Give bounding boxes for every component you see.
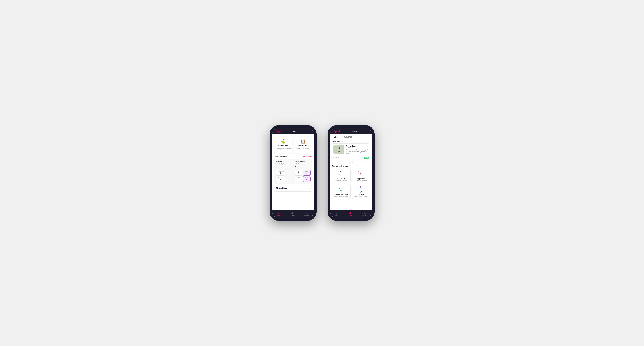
skill-card-putting[interactable]: Putting Make and lag practice xyxy=(352,184,370,199)
skill-name-atg: Around The Green xyxy=(334,194,348,195)
svg-point-25 xyxy=(338,190,339,190)
nav-capture[interactable]: ⊕ Capture xyxy=(304,211,310,216)
drill-info-top: Wedge Ladder 50–100 yds ☆ xyxy=(346,145,368,149)
app-logo-practice: clippd xyxy=(332,130,340,133)
svg-point-22 xyxy=(341,191,342,192)
skill-name-ott: Off The Tee xyxy=(337,178,346,179)
app-header-practice: clippd Practice ≡ xyxy=(330,128,372,135)
app-cell: APP 4 xyxy=(303,170,310,175)
home-nav-icon: ⌂ xyxy=(278,211,279,214)
action-cards-row: ⛳ Add Round Record your shots in fast or… xyxy=(272,135,314,155)
rounds-col: Rounds Rounds Capture 0 Tournament 0 Pra… xyxy=(276,161,292,182)
bottom-nav-practice: ⌂ Home ♟ Activities ⊕ Capture xyxy=(330,209,372,218)
capture-nav-icon-p2: ⊕ xyxy=(364,211,366,214)
skill-desc-atg: Hone your short game xyxy=(334,196,348,197)
practice-label: Practice xyxy=(277,177,284,178)
bottom-nav-home: ⌂ Home ♟ Activities ⊕ Capture xyxy=(272,209,314,218)
tab-drills[interactable]: Drills xyxy=(332,135,341,139)
svg-point-19 xyxy=(358,171,359,172)
nav-activities[interactable]: ♟ Activities xyxy=(290,211,295,216)
dot-2[interactable] xyxy=(350,162,352,163)
skill-card-approach[interactable]: Approach Dial-in to hit the green xyxy=(352,168,370,183)
putting-icon xyxy=(357,186,364,193)
accent-bar xyxy=(372,143,372,160)
off-the-tee-icon xyxy=(338,170,345,177)
app-header-home: clippd Home ≡ xyxy=(272,128,314,135)
capture-nav-label: Capture xyxy=(304,215,310,216)
capture-nav-label-p2: Capture xyxy=(362,215,367,216)
arg-cell: ARG 0 xyxy=(294,176,302,182)
skill-card-off-the-tee[interactable]: Off The Tee Power and accuracy xyxy=(332,168,350,183)
add-practice-title: Add Practice xyxy=(298,145,308,147)
golf-bag-label: My Golf Bag xyxy=(276,187,287,189)
add-round-card[interactable]: ⛳ Add Round Record your shots in fast or… xyxy=(274,137,292,153)
svg-line-26 xyxy=(340,189,341,190)
carousel-dots xyxy=(330,162,372,165)
tabs-row: Drills Favourites xyxy=(330,135,372,139)
nav-home-p2[interactable]: ⌂ Home xyxy=(334,211,338,216)
putt-label: PUTT xyxy=(304,177,309,178)
drill-card-header: Wedge Ladder 50–100 yds ☆ Play 1 shot at… xyxy=(332,144,370,156)
svg-point-29 xyxy=(360,189,361,189)
drills-col: Practice Drills Drills Capture 8 OTT 0 A… xyxy=(294,161,310,182)
home-nav-label-p2: Home xyxy=(334,215,338,216)
most-popular-label: Most Popular xyxy=(330,139,372,143)
home-screen-content: ⛳ Add Round Record your shots in fast or… xyxy=(272,135,314,209)
drill-yardage: 50–100 yds xyxy=(346,147,358,149)
phone-home: clippd Home ≡ ⛳ Add Round Record your sh… xyxy=(270,125,317,221)
arg-val: 0 xyxy=(296,178,301,181)
app-logo-home: clippd xyxy=(275,130,282,133)
putt-val: 4 xyxy=(304,178,309,181)
practice-screen-content: Most Popular xyxy=(330,139,372,209)
drill-thumbnail xyxy=(334,145,344,154)
nav-activities-p2[interactable]: ♟ Activities xyxy=(348,211,353,216)
svg-point-1 xyxy=(339,147,340,148)
dot-3[interactable] xyxy=(352,162,353,163)
activities-nav-label-p2: Activities xyxy=(348,215,353,216)
activities-nav-icon: ♟ xyxy=(291,211,294,214)
putt-cell: PUTT 4 xyxy=(303,176,310,182)
favourite-star-icon[interactable]: ☆ xyxy=(367,145,368,147)
menu-icon-home[interactable]: ≡ xyxy=(310,130,312,133)
skill-name-putting: Putting xyxy=(358,194,364,195)
rounds-capture-label: Rounds Capture xyxy=(276,163,292,165)
drill-name: Wedge Ladder xyxy=(346,145,358,147)
drill-shots: ● 9 shots xyxy=(334,157,340,159)
drill-card-wrap: Wedge Ladder 50–100 yds ☆ Play 1 shot at… xyxy=(330,143,372,160)
header-title-practice: Practice xyxy=(350,130,358,132)
svg-point-24 xyxy=(342,188,343,188)
svg-line-10 xyxy=(340,175,341,176)
tab-favourites[interactable]: Favourites xyxy=(341,135,354,139)
svg-point-20 xyxy=(360,171,360,172)
approach-icon xyxy=(357,170,364,177)
golf-bag-row[interactable]: My Golf Bag › xyxy=(274,185,312,192)
add-practice-card[interactable]: 📋 Add Practice Capture your practice off… xyxy=(294,137,312,153)
view-activity-link[interactable]: View Activity xyxy=(303,156,312,158)
ott-cell: OTT 0 xyxy=(294,170,302,175)
drill-footer: ● 9 shots APP xyxy=(332,156,370,160)
menu-icon-practice[interactable]: ≡ xyxy=(368,130,369,133)
skill-desc-approach: Dial-in to hit the green xyxy=(354,180,367,181)
rounds-total: 0 xyxy=(276,165,292,169)
add-round-icon: ⛳ xyxy=(281,139,286,144)
dot-1[interactable] xyxy=(349,162,350,163)
skill-card-around-the-green[interactable]: Around The Green Hone your short game xyxy=(332,184,350,199)
activities-nav-icon-p2: ♟ xyxy=(349,211,352,214)
nav-capture-p2[interactable]: ⊕ Capture xyxy=(362,211,367,216)
rounds-grid: Tournament 0 Practice 0 xyxy=(276,170,292,182)
drill-desc: Play 1 shot at each target yardage. If y… xyxy=(346,149,368,154)
practice-cell: Practice 0 xyxy=(276,176,285,182)
drill-card-wedge-ladder[interactable]: Wedge Ladder 50–100 yds ☆ Play 1 shot at… xyxy=(332,143,370,160)
drills-capture-label: Drills Capture xyxy=(294,163,310,165)
add-practice-desc: Capture your practice off-the-course xyxy=(296,147,311,151)
add-practice-icon: 📋 xyxy=(300,139,306,144)
chevron-right-icon: › xyxy=(309,187,310,190)
explore-label: Explore skill areas xyxy=(330,165,372,168)
ott-val: 0 xyxy=(296,172,301,175)
svg-line-11 xyxy=(341,175,342,176)
drill-info: Wedge Ladder 50–100 yds ☆ Play 1 shot at… xyxy=(346,145,368,154)
nav-home[interactable]: ⌂ Home xyxy=(277,211,280,216)
drills-grid: OTT 0 APP 4 ARG 0 PUTT 4 xyxy=(294,170,310,182)
svg-rect-0 xyxy=(335,146,342,153)
practice-val: 0 xyxy=(277,178,284,181)
